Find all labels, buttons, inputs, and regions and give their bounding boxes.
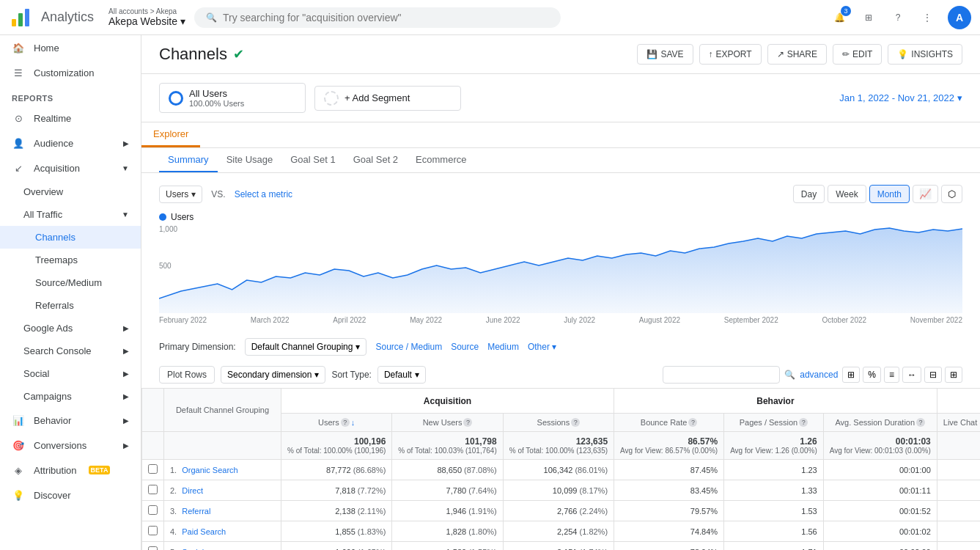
date-range-selector[interactable]: Jan 1, 2022 - Nov 21, 2022 ▾ — [839, 92, 962, 103]
account-name-btn[interactable]: Akepa Website ▾ — [108, 15, 185, 27]
sidebar-item-all-traffic[interactable]: All Traffic ▼ — [0, 203, 141, 226]
sub-tabs: Summary Site Usage Goal Set 1 Goal Set 2… — [141, 148, 980, 173]
insights-button[interactable]: 💡 INSIGHTS — [888, 44, 962, 65]
chevron-down-icon-other: ▾ — [552, 342, 556, 352]
row-rank-1: 2. — [170, 486, 177, 495]
row-name-link-4[interactable]: Social — [182, 548, 204, 551]
totals-conv-rate: 0.00% Avg for View: 0.00% (0.00%) — [937, 432, 980, 460]
sub-tab-site-usage[interactable]: Site Usage — [218, 148, 282, 172]
sidebar-item-social[interactable]: Social ▶ — [0, 362, 141, 385]
row-users-1: 7,818 (7.72%) — [281, 480, 392, 501]
month-button[interactable]: Month — [869, 185, 910, 203]
sidebar-item-overview[interactable]: Overview — [0, 180, 141, 203]
th-sessions[interactable]: Sessions? — [503, 414, 614, 432]
edit-button[interactable]: ✏ EDIT — [833, 44, 882, 65]
sub-tab-goal-set-2[interactable]: Goal Set 2 — [345, 148, 407, 172]
sidebar-item-home[interactable]: 🏠 Home — [0, 35, 141, 60]
advanced-link[interactable]: advanced — [800, 370, 838, 380]
more-icon[interactable]: ⋮ — [918, 9, 936, 26]
tab-explorer[interactable]: Explorer — [141, 122, 200, 147]
vs-label: VS. — [211, 189, 225, 199]
apps-icon[interactable]: ⊞ — [860, 9, 877, 26]
select-metric-link[interactable]: Select a metric — [235, 189, 292, 199]
lifetime-view-btn[interactable]: ⊟ — [924, 367, 942, 383]
sidebar-item-campaigns[interactable]: Campaigns ▶ — [0, 385, 141, 408]
day-button[interactable]: Day — [793, 185, 825, 203]
row-name-link-0[interactable]: Organic Search — [182, 466, 237, 474]
sidebar-item-customization[interactable]: ☰ Customization — [0, 60, 141, 85]
sidebar-item-referrals[interactable]: Referrals — [0, 294, 141, 317]
row-checkbox-2[interactable] — [142, 501, 164, 521]
other-link[interactable]: Other ▾ — [528, 342, 556, 352]
default-channel-grouping-btn[interactable]: Default Channel Grouping ▾ — [245, 338, 367, 356]
avatar[interactable]: A — [948, 6, 971, 29]
metric-selector[interactable]: Users ▾ — [159, 186, 202, 203]
add-segment-chip[interactable]: + Add Segment — [314, 86, 461, 111]
plot-rows-button[interactable]: Plot Rows — [159, 366, 215, 384]
sidebar-item-acquisition[interactable]: ↙ Acquisition ▼ — [0, 155, 141, 180]
help-icon[interactable]: ? — [889, 9, 907, 26]
pivot-view-btn[interactable]: ↔ — [902, 367, 921, 383]
row-checkbox-1[interactable] — [142, 480, 164, 501]
sub-tab-goal-set-1[interactable]: Goal Set 1 — [281, 148, 344, 172]
segment-bar: All Users 100.00% Users + Add Segment Ja… — [141, 74, 980, 122]
row-name-link-2[interactable]: Referral — [182, 507, 210, 516]
line-chart-icon[interactable]: 📈 — [913, 185, 938, 203]
th-conv-rate[interactable]: Live Chat (Goal 1 Conversion Rate)? — [937, 414, 980, 432]
sidebar-item-conversions[interactable]: 🎯 Conversions ▶ — [0, 433, 141, 458]
th-pages-session[interactable]: Pages / Session? — [724, 414, 824, 432]
chart-type-buttons: Day Week Month 📈 ⬡ — [793, 185, 962, 203]
sidebar-item-attribution[interactable]: ◈ Attribution BETA — [0, 458, 141, 483]
row-duration-4: 00:02:09 — [823, 542, 937, 551]
table-search-input[interactable] — [663, 366, 780, 384]
percentage-view-btn[interactable]: % — [863, 367, 881, 383]
all-users-segment[interactable]: All Users 100.00% Users — [159, 83, 306, 113]
table-view-btn[interactable]: ⊞ — [842, 367, 860, 383]
row-pages-2: 1.53 — [724, 501, 824, 521]
sidebar-item-search-console[interactable]: Search Console ▶ — [0, 340, 141, 362]
sidebar-item-channels[interactable]: Channels — [0, 226, 141, 249]
medium-link[interactable]: Medium — [487, 342, 519, 352]
pie-chart-icon[interactable]: ⬡ — [941, 185, 962, 203]
sessions-help-icon: ? — [571, 418, 580, 427]
sidebar-item-discover[interactable]: 💡 Discover — [0, 483, 141, 507]
table-search-icon[interactable]: 🔍 — [784, 370, 795, 380]
sort-default-button[interactable]: Default ▾ — [377, 366, 426, 384]
row-name-link-3[interactable]: Paid Search — [182, 527, 226, 536]
row-name-link-1[interactable]: Direct — [182, 486, 203, 495]
secondary-dim-button[interactable]: Secondary dimension ▾ — [221, 366, 325, 384]
export-button[interactable]: ↑ EXPORT — [699, 44, 762, 65]
sidebar-item-behavior[interactable]: 📊 Behavior ▶ — [0, 408, 141, 433]
sidebar-item-audience[interactable]: 👤 Audience ▶ — [0, 131, 141, 155]
source-link[interactable]: Source — [451, 342, 479, 352]
sub-tab-summary[interactable]: Summary — [159, 148, 218, 172]
row-rank-name-2: 3. Referral — [164, 501, 281, 521]
sidebar-item-source-medium[interactable]: Source/Medium — [0, 271, 141, 294]
th-bounce-rate[interactable]: Bounce Rate? — [614, 414, 724, 432]
share-button[interactable]: ↗ SHARE — [767, 44, 827, 65]
save-button[interactable]: 💾 SAVE — [637, 44, 693, 65]
row-checkbox-4[interactable] — [142, 542, 164, 551]
row-duration-3: 00:01:02 — [823, 521, 937, 542]
notifications-icon[interactable]: 🔔 3 — [830, 9, 848, 26]
th-avg-duration[interactable]: Avg. Session Duration? — [823, 414, 937, 432]
sidebar-item-google-ads[interactable]: Google Ads ▶ — [0, 317, 141, 340]
search-bar[interactable]: 🔍 — [194, 7, 561, 28]
row-rank-name-3: 4. Paid Search — [164, 521, 281, 542]
chevron-right-icon-5: ▶ — [123, 392, 129, 400]
custom-view-btn[interactable]: ⊞ — [945, 367, 962, 383]
th-users[interactable]: Users?↓ — [281, 414, 392, 432]
sidebar-item-realtime[interactable]: ⊙ Realtime — [0, 106, 141, 131]
th-new-users[interactable]: New Users? — [392, 414, 503, 432]
row-pages-3: 1.56 — [724, 521, 824, 542]
week-button[interactable]: Week — [828, 185, 866, 203]
sidebar-item-treemaps[interactable]: Treemaps — [0, 249, 141, 271]
table-row: 4. Paid Search 1,855 (1.83%) 1,828 (1.80… — [142, 521, 981, 542]
source-medium-link[interactable]: Source / Medium — [375, 342, 442, 352]
sub-tab-ecommerce[interactable]: Ecommerce — [407, 148, 475, 172]
row-checkbox-3[interactable] — [142, 521, 164, 542]
search-input[interactable] — [223, 12, 549, 23]
comparison-view-btn[interactable]: ≡ — [884, 367, 899, 383]
row-checkbox-0[interactable] — [142, 460, 164, 480]
save-icon: 💾 — [646, 49, 657, 59]
